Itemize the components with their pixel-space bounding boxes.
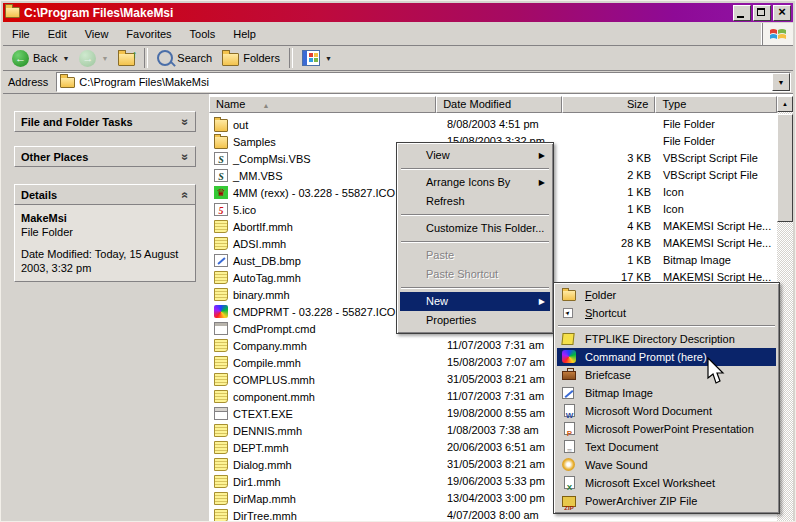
submenu-arrow-icon: ▶ xyxy=(539,292,545,311)
sidebar-section-other-places[interactable]: Other Places » xyxy=(14,146,196,167)
context-menu-item-paste-shortcut[interactable]: Paste Shortcut xyxy=(400,265,550,284)
file-name-cell: CMDPRMT - 03.228 - 55827.ICO xyxy=(214,303,395,320)
menubar-item-help[interactable]: Help xyxy=(224,23,265,45)
context-menu-item-arrange-icons-by[interactable]: Arrange Icons By▶ xyxy=(400,173,550,192)
back-icon: ← xyxy=(12,50,29,67)
menubar-item-edit[interactable]: Edit xyxy=(39,23,76,45)
new-submenu-item-ftplike-directory-description[interactable]: FTPLIKE Directory Description xyxy=(557,330,776,348)
new-submenu-item-text-document[interactable]: Text Document xyxy=(557,438,776,456)
context-menu-item-paste[interactable]: Paste xyxy=(400,246,550,265)
word-icon xyxy=(564,404,575,417)
toolbar-separator xyxy=(289,48,293,68)
chevron-up-icon[interactable]: « xyxy=(179,191,193,198)
ftp-description-icon xyxy=(561,333,574,345)
table-row[interactable]: out8/08/2003 4:51 pmFile Folder xyxy=(209,116,777,133)
text-document-icon xyxy=(564,440,575,453)
back-dropdown[interactable]: ▼ xyxy=(62,55,69,62)
new-submenu-item-powerarchiver-zip-file[interactable]: PowerArchiver ZIP File xyxy=(557,492,776,510)
submenu-arrow-icon: ▶ xyxy=(539,146,545,165)
folder-icon xyxy=(562,290,576,301)
file-name-cell: _MM.VBS xyxy=(214,167,283,184)
new-submenu-item-bitmap-image[interactable]: Bitmap Image xyxy=(557,384,776,402)
chevron-down-icon[interactable]: » xyxy=(179,118,193,125)
windows-logo xyxy=(762,23,793,45)
new-submenu-item-microsoft-excel-worksheet[interactable]: Microsoft Excel Worksheet xyxy=(557,474,776,492)
new-submenu-item-microsoft-word-document[interactable]: Microsoft Word Document xyxy=(557,402,776,420)
menubar-item-tools[interactable]: Tools xyxy=(181,23,225,45)
file-name: binary.mmh xyxy=(233,289,290,301)
new-submenu-item-wave-sound[interactable]: Wave Sound xyxy=(557,456,776,474)
file-name-cell: _CompMsi.VBS xyxy=(214,150,311,167)
menubar-item-view[interactable]: View xyxy=(76,23,118,45)
file-date-modified: 13/04/2003 3:00 pm xyxy=(447,492,545,504)
shortcut-icon xyxy=(563,308,573,318)
back-button[interactable]: ← Back ▼ xyxy=(7,47,74,70)
menubar-item-favorites[interactable]: Favorites xyxy=(117,23,180,45)
maximize-button[interactable] xyxy=(753,5,771,21)
window-title: C:\Program Files\MakeMsi xyxy=(24,6,731,20)
forward-dropdown[interactable]: ▼ xyxy=(101,55,108,62)
mmh-icon xyxy=(214,475,228,488)
file-name: DirMap.mmh xyxy=(233,493,296,505)
file-name-cell: Company.mmh xyxy=(214,337,307,354)
chevron-down-icon[interactable]: » xyxy=(179,153,193,160)
context-menu: View▶Arrange Icons By▶RefreshCustomize T… xyxy=(396,142,554,334)
file-date-modified: 20/06/2003 6:51 am xyxy=(447,441,545,453)
scroll-up-button[interactable]: ▲ xyxy=(777,96,793,112)
mmh-icon xyxy=(214,288,228,301)
up-button[interactable]: ↑ xyxy=(113,47,140,70)
menubar-item-file[interactable]: File xyxy=(3,23,39,45)
new-submenu-item-command-prompt-here[interactable]: Command Prompt (here) xyxy=(557,348,776,366)
folders-button[interactable]: Folders xyxy=(217,47,285,70)
context-menu-item-view[interactable]: View▶ xyxy=(400,146,550,165)
file-type: Icon xyxy=(663,203,684,215)
file-date-modified: 31/05/2003 8:21 am xyxy=(447,373,545,385)
file-date-modified: 19/08/2000 8:55 am xyxy=(447,407,545,419)
search-button[interactable]: Search xyxy=(152,47,217,70)
new-submenu-item-microsoft-powerpoint-presentation[interactable]: Microsoft PowerPoint Presentation xyxy=(557,420,776,438)
sidebar-section-file-and-folder-tasks[interactable]: File and Folder Tasks » xyxy=(14,111,196,132)
file-name-cell: binary.mmh xyxy=(214,286,290,303)
forward-button[interactable]: → ▼ xyxy=(74,47,113,70)
scroll-thumb[interactable] xyxy=(777,114,793,222)
new-submenu-item-shortcut[interactable]: Shortcut xyxy=(557,304,776,322)
title-bar[interactable]: C:\Program Files\MakeMsi xyxy=(3,3,793,22)
new-submenu-item-briefcase[interactable]: Briefcase xyxy=(557,366,776,384)
file-size: 1 KB xyxy=(561,203,651,215)
toolbar: ← Back ▼ → ▼ ↑ Search Folders ▼ xyxy=(3,46,793,71)
folder-icon xyxy=(214,119,228,132)
mmh-icon xyxy=(214,220,228,233)
windows-flag-icon xyxy=(769,26,787,42)
views-button[interactable]: ▼ xyxy=(297,47,337,70)
file-name: AutoTag.mmh xyxy=(233,272,301,284)
file-size: 28 KB xyxy=(561,237,651,249)
sidebar-section-details[interactable]: Details « xyxy=(14,184,196,205)
menu-separator xyxy=(558,325,775,327)
new-submenu-label: Microsoft PowerPoint Presentation xyxy=(585,423,754,435)
context-menu-item-properties[interactable]: Properties xyxy=(400,311,550,330)
menu-separator xyxy=(401,241,549,243)
file-type: Bitmap Image xyxy=(663,254,731,266)
file-name-cell: Dialog.mmh xyxy=(214,456,292,473)
file-name-cell: DEPT.mmh xyxy=(214,439,289,456)
views-dropdown[interactable]: ▼ xyxy=(325,55,332,62)
address-combo[interactable]: C:\Program Files\MakeMsi ▼ xyxy=(56,72,791,92)
minimize-button[interactable] xyxy=(733,5,751,21)
context-menu-item-refresh[interactable]: Refresh xyxy=(400,192,550,211)
file-name: CMDPRMT - 03.228 - 55827.ICO xyxy=(233,306,395,318)
new-submenu-label: PowerArchiver ZIP File xyxy=(585,495,697,507)
context-menu-item-new[interactable]: New▶ xyxy=(400,292,550,311)
address-label: Address xyxy=(3,76,56,88)
context-menu-item-customize-this-folder[interactable]: Customize This Folder... xyxy=(400,219,550,238)
file-name-cell: ADSI.mmh xyxy=(214,235,286,252)
file-name: Dialog.mmh xyxy=(233,459,292,471)
file-date-modified: 11/07/2003 7:31 am xyxy=(447,339,544,351)
address-dropdown[interactable]: ▼ xyxy=(772,73,790,91)
menu-bar-items: FileEditViewFavoritesToolsHelp xyxy=(3,23,265,45)
new-submenu-item-folder[interactable]: Folder xyxy=(557,286,776,304)
address-value[interactable]: C:\Program Files\MakeMsi xyxy=(79,76,772,88)
up-folder-icon: ↑ xyxy=(118,53,135,66)
file-type: File Folder xyxy=(663,135,715,147)
close-button[interactable] xyxy=(773,5,791,21)
address-folder-icon xyxy=(60,77,75,88)
